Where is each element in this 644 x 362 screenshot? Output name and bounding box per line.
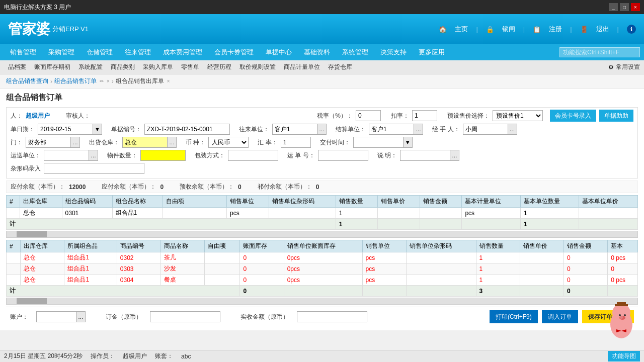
logout-icon[interactable]: 🚪 — [580, 26, 588, 33]
nav-purchase[interactable]: 采购管理 — [42, 44, 80, 60]
currency-select[interactable]: 人民币 — [208, 137, 249, 148]
tax-rate-input[interactable] — [356, 110, 381, 121]
total-base-price — [579, 219, 638, 230]
packing-input[interactable] — [228, 150, 278, 161]
exchange-input[interactable] — [281, 137, 311, 148]
tracking-input[interactable] — [318, 150, 368, 161]
main-table-total-row: 计 1 1 — [7, 219, 638, 230]
delivery-input[interactable] — [353, 137, 404, 148]
breadcrumb-item-1[interactable]: 组合品销售查询 — [6, 77, 48, 85]
lock-icon[interactable]: 🔒 — [486, 26, 494, 33]
handler-btn[interactable]: … — [508, 124, 517, 135]
discount-input[interactable] — [412, 110, 437, 121]
sub-nav-unit[interactable]: 商品计量单位 — [280, 60, 324, 74]
dept-input[interactable] — [26, 137, 71, 148]
print-btn[interactable]: 打印(Ctrl+F9) — [490, 310, 538, 323]
barcode-input[interactable] — [44, 163, 144, 174]
price-select-label: 预设售价选择： — [447, 112, 490, 120]
svg-point-2 — [614, 306, 621, 315]
breadcrumb-label-1[interactable]: 组合品销售查询 — [6, 77, 48, 85]
cell-combo-code: 0301 — [62, 208, 112, 219]
warehouse-input[interactable] — [122, 137, 168, 148]
th-base-unit: 基本计量单位 — [462, 196, 520, 208]
nav-search-input[interactable] — [559, 47, 640, 57]
lock-label[interactable]: 锁闸 — [502, 25, 515, 34]
sub-table-scrollbar[interactable] — [6, 298, 638, 305]
sub-cell-qty-2: 1 — [476, 263, 520, 275]
nav-member[interactable]: 会员卡券管理 — [208, 44, 260, 60]
sub-nav-category[interactable]: 商品类别 — [107, 60, 139, 74]
home-icon[interactable]: 🏠 — [439, 26, 447, 33]
remark-btn[interactable]: … — [450, 150, 459, 161]
sub-nav-stock-init[interactable]: 账面库存期初 — [30, 60, 74, 74]
sub-cell-combo-2: 组合品1 — [64, 263, 117, 275]
sub-cell-unit-stock-3: 0pcs — [284, 275, 362, 286]
nav-bills[interactable]: 单据中心 — [260, 44, 298, 60]
sub-nav-history[interactable]: 经营历程 — [203, 60, 235, 74]
settle-unit-btn[interactable]: … — [414, 124, 423, 135]
sub-nav-warehouse[interactable]: 存货仓库 — [324, 60, 356, 74]
sub-nav-purchase-in[interactable]: 采购入库单 — [139, 60, 177, 74]
cell-base-unit: pcs — [462, 208, 520, 219]
bottom-form: 账户： … 订金（原币） 实收金额（原币） 打印(Ctrl+F9) 调入订单 保… — [6, 307, 638, 326]
main-table-scrollbar[interactable] — [6, 231, 638, 238]
actual-amount-input[interactable] — [297, 311, 367, 322]
sub-table-row-1: 总仓 组合品1 0302 茶几 0 0pcs pcs 1 0 0 pcs — [7, 252, 638, 263]
gear-icon: ⚙ — [608, 64, 614, 71]
sub-nav-config[interactable]: 系统配置 — [74, 60, 107, 74]
nav-system[interactable]: 系统管理 — [336, 44, 374, 60]
function-map-btn[interactable]: 功能导图 — [608, 351, 640, 361]
logout-label[interactable]: 退出 — [596, 25, 609, 34]
register-label[interactable]: 注册 — [549, 25, 562, 34]
sub-nav-retail[interactable]: 零售单 — [177, 60, 203, 74]
breadcrumb-close-2[interactable]: ✏ — [100, 78, 104, 84]
sub-nav-price-rules[interactable]: 取价规则设置 — [235, 60, 280, 74]
delivery-btn[interactable]: ▼ — [404, 137, 413, 148]
minimize-btn[interactable]: _ — [609, 3, 618, 11]
remark-input[interactable] — [400, 150, 450, 161]
dept-btn[interactable]: … — [71, 137, 80, 148]
shipping-btn[interactable]: … — [89, 150, 98, 161]
to-unit-btn[interactable]: … — [317, 124, 327, 135]
shipping-input[interactable] — [44, 150, 89, 161]
nav-decision[interactable]: 决策支持 — [374, 44, 413, 60]
breadcrumb-close-current[interactable]: × — [167, 78, 170, 84]
nav-cost[interactable]: 成本费用管理 — [157, 44, 208, 60]
sub-scrollbar-thumb[interactable] — [17, 298, 47, 304]
settle-unit-input[interactable] — [369, 124, 414, 135]
nav-warehouse[interactable]: 仓储管理 — [80, 44, 119, 60]
to-unit-input[interactable] — [272, 124, 317, 135]
nav-sales[interactable]: 销售管理 — [4, 44, 42, 60]
close-btn[interactable]: × — [631, 3, 640, 11]
register-icon[interactable]: 📋 — [533, 26, 541, 33]
info-icon[interactable]: ℹ — [627, 25, 636, 34]
handler-input[interactable] — [463, 124, 508, 135]
warehouse-btn[interactable]: … — [168, 137, 177, 148]
remark-field: … — [400, 150, 459, 161]
date-btn[interactable]: ▼ — [93, 124, 102, 135]
scrollbar-thumb[interactable] — [17, 231, 47, 237]
account-input[interactable] — [36, 311, 76, 322]
nav-basic[interactable]: 基础资料 — [298, 44, 336, 60]
sub-total-unit-stock — [284, 286, 362, 297]
date-input[interactable] — [38, 124, 93, 135]
import-btn[interactable]: 调入订单 — [542, 310, 578, 323]
settings-label[interactable]: 常用设置 — [616, 63, 640, 71]
order-num-label: 单据编号： — [111, 125, 141, 134]
help-btn[interactable]: 单据助助 — [599, 110, 633, 122]
breadcrumb-close-x2[interactable]: × — [107, 78, 110, 84]
cell-free[interactable] — [163, 208, 226, 219]
order-num-input[interactable] — [144, 124, 230, 135]
item-count-input[interactable] — [140, 150, 186, 161]
nav-more[interactable]: 更多应用 — [413, 44, 451, 60]
member-card-btn[interactable]: 会员卡号录入 — [550, 110, 596, 122]
account-btn[interactable]: … — [76, 311, 86, 322]
price-select[interactable]: 预设售价1 — [493, 110, 543, 121]
order-deposit-input[interactable] — [150, 311, 220, 322]
sub-nav-product[interactable]: 品档案 — [4, 60, 30, 74]
home-label[interactable]: 主页 — [455, 25, 468, 34]
breadcrumb-label-2[interactable]: 组合品销售订单 — [54, 77, 97, 85]
maximize-btn[interactable]: □ — [620, 3, 629, 11]
nav-transactions[interactable]: 往来管理 — [119, 44, 157, 60]
breadcrumb-item-2[interactable]: 组合品销售订单 ✏ × — [54, 77, 110, 85]
